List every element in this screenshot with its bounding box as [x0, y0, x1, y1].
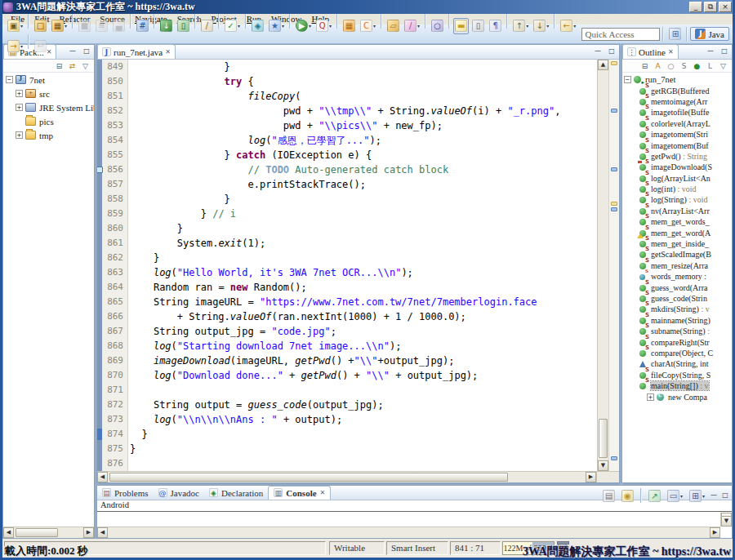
pencil-icon[interactable]: / [199, 18, 215, 34]
dropdown-arrow-icon[interactable]: ▾ [573, 23, 576, 29]
console-output-area[interactable] [97, 513, 720, 527]
title-bar[interactable]: 3WA問題解決專家工作室 ~ https://3wa.tw _ ⧉ × [0, 0, 735, 14]
mark-occurrences-icon[interactable]: ▯ [470, 18, 486, 34]
scroll-left-icon[interactable]: ◀ [97, 527, 108, 538]
maximize-view-icon[interactable]: □ [607, 47, 617, 56]
tree-item-jre-system-lib[interactable]: +JRE System Lib [3, 100, 94, 114]
editor-hscrollbar[interactable]: ◀ ▶ [97, 471, 596, 482]
maximize-view-icon[interactable]: □ [720, 491, 730, 500]
tab-javadoc[interactable]: @Javadoc [154, 486, 204, 500]
outline-item-words-memory[interactable]: words_memory : [622, 271, 732, 282]
outline-item-imagetomem-stri[interactable]: imagetomem(Stri [622, 129, 732, 140]
outline-item-getpwd[interactable]: getPwd() : String [622, 151, 732, 162]
outline-item-memtoimage-arr[interactable]: memtoimage(Arr [622, 96, 732, 107]
collapse-all-icon[interactable]: ⊟ [639, 60, 650, 71]
clear-console-icon[interactable]: ▤ [601, 487, 617, 504]
scroll-left-icon[interactable]: ◀ [97, 472, 108, 482]
dropdown-arrow-icon[interactable]: ▾ [329, 23, 332, 29]
expander-icon[interactable]: + [647, 393, 654, 401]
editor-vscrollbar[interactable]: ▲ ▼ [597, 60, 608, 471]
hide-fields-icon[interactable]: ○ [666, 60, 676, 71]
search-icon[interactable]: ★▾ [267, 18, 286, 34]
expander-icon[interactable]: − [6, 76, 13, 83]
outline-item-mem-get-word-a[interactable]: mem_get_word(A [622, 227, 732, 238]
open-console-icon[interactable]: ⊞▾ [688, 487, 706, 504]
scroll-thumb[interactable] [16, 528, 58, 537]
overview-occurrence-marker[interactable] [611, 456, 617, 460]
outline-item-nv-arraylist-arr[interactable]: nv(ArrayList<Arr [622, 206, 732, 216]
external-tools-icon[interactable]: Q▾ [314, 18, 333, 34]
link-editor-icon[interactable]: ⇄ [67, 60, 78, 71]
close-icon[interactable]: ✕ [668, 48, 674, 56]
outline-item-mem-resize-arra[interactable]: mem_resize(Arra [622, 260, 732, 271]
display-console-icon[interactable]: ▭▾ [666, 487, 684, 504]
dropdown-arrow-icon[interactable]: ▾ [680, 493, 683, 499]
tree-item-tmp[interactable]: +tmp [3, 128, 94, 142]
outline-item-subname-string[interactable]: subname(String) : [622, 326, 732, 336]
tree-item-pics[interactable]: pics [3, 114, 94, 128]
overview-task-marker[interactable] [611, 61, 617, 65]
overview-occurrence-marker[interactable] [611, 207, 617, 211]
expander-icon[interactable]: + [16, 104, 23, 111]
scroll-right-icon[interactable]: ▶ [710, 527, 720, 538]
outline-item-getrgb-buffered[interactable]: getRGB(Buffered [622, 85, 732, 96]
dropdown-arrow-icon[interactable]: ▾ [702, 493, 705, 499]
outline-item-filecopy-string-s[interactable]: fileCopy(String, S [622, 370, 732, 380]
sort-icon[interactable]: A [653, 60, 663, 71]
editor-overview-ruler[interactable] [608, 60, 619, 471]
outline-item-mem-get-words[interactable]: mem_get_words_ [622, 216, 732, 227]
minimize-window-icon[interactable]: _ [689, 2, 702, 12]
dropdown-arrow-icon[interactable]: ▾ [373, 23, 376, 29]
scroll-right-icon[interactable]: ▶ [586, 472, 596, 482]
save-all-icon[interactable]: ≡ [94, 18, 109, 34]
plugin-search-icon[interactable]: ○ [430, 18, 445, 34]
minimize-view-icon[interactable]: — [709, 491, 719, 500]
java-perspective-button[interactable]: J Java [690, 27, 729, 41]
run-icon[interactable]: ▶▾ [294, 18, 313, 34]
show-whitespace-icon[interactable]: ¶ [488, 18, 503, 34]
last-edit-icon[interactable]: ↩ [33, 38, 48, 54]
collapse-all-icon[interactable]: ⊟ [54, 60, 65, 71]
scroll-down-icon[interactable]: ▼ [721, 516, 732, 527]
forward-icon[interactable]: →▾ [6, 38, 24, 54]
outline-item-run-7net[interactable]: −run_7net [622, 74, 732, 85]
overview-task-marker[interactable] [611, 202, 617, 206]
outline-item-guess-word-arra[interactable]: guess_word(Arra [622, 282, 732, 292]
outline-item-compareright-str[interactable]: compareRight(Str [622, 336, 732, 347]
outline-item-log-string[interactable]: log(String) : void [622, 194, 732, 205]
outline-item-mkdirs-string[interactable]: mkdirs(String) : v [622, 304, 732, 314]
outline-item-charat-string-int[interactable]: charAt(String, int [622, 358, 732, 369]
new-icon[interactable]: ▣▾ [6, 18, 24, 34]
outline-item-mem-get-inside[interactable]: mem_get_inside_ [622, 238, 732, 249]
outline-item-imagedownload-s[interactable]: imageDownload(S [622, 162, 732, 172]
editor-annotation-gutter[interactable] [97, 60, 102, 471]
scroll-track[interactable] [14, 527, 83, 538]
tree-item-7net[interactable]: −7net [3, 73, 94, 87]
save-icon[interactable]: ■ [77, 18, 92, 34]
outline-tree[interactable]: −run_7netgetRGB(Bufferedmemtoimage(Arrim… [622, 73, 732, 482]
view-menu-icon[interactable]: ▽ [718, 60, 728, 71]
open-type-icon[interactable]: ◈ [250, 18, 265, 34]
outline-item-main-string[interactable]: main(String[]) : v [622, 380, 732, 391]
task-icon[interactable]: ✓▾ [223, 18, 242, 34]
next-annotation-icon[interactable]: ↓▾ [532, 18, 550, 34]
highlight-icon[interactable]: ▬ [453, 18, 469, 34]
task-marker-icon[interactable] [97, 167, 103, 173]
outline-item-log-arraylist-an[interactable]: log(ArrayList<An [622, 173, 732, 184]
java-browsing-icon[interactable]: ▦ [341, 18, 357, 34]
overview-occurrence-marker[interactable] [611, 167, 617, 171]
code-editor-area[interactable]: } try { fileCopy( pwd + "\\tmp\\" + Stri… [128, 60, 597, 471]
outline-item-imagetofile-buffe[interactable]: imagetofile(Buffe [622, 107, 732, 118]
close-icon[interactable]: ✕ [320, 489, 326, 496]
tab-problems[interactable]: ▤Problems [97, 486, 154, 500]
expander-icon[interactable]: + [16, 90, 23, 97]
pin-console-icon[interactable]: ↗ [647, 487, 662, 504]
scroll-track[interactable] [108, 527, 710, 538]
scroll-thumb[interactable] [109, 473, 508, 482]
dropdown-arrow-icon[interactable]: ▾ [526, 23, 528, 29]
outline-item-colorlevel-arrayl[interactable]: colorlevel(ArrayL [622, 118, 732, 129]
console-hscrollbar[interactable]: ◀ ▶ [97, 527, 720, 538]
outline-item-imagetomem-buf[interactable]: imagetomem(Buf [622, 140, 732, 150]
package-explorer-tree[interactable]: −7net+src+JRE System Libpics+tmp [3, 73, 94, 527]
expander-icon[interactable]: − [624, 76, 631, 83]
